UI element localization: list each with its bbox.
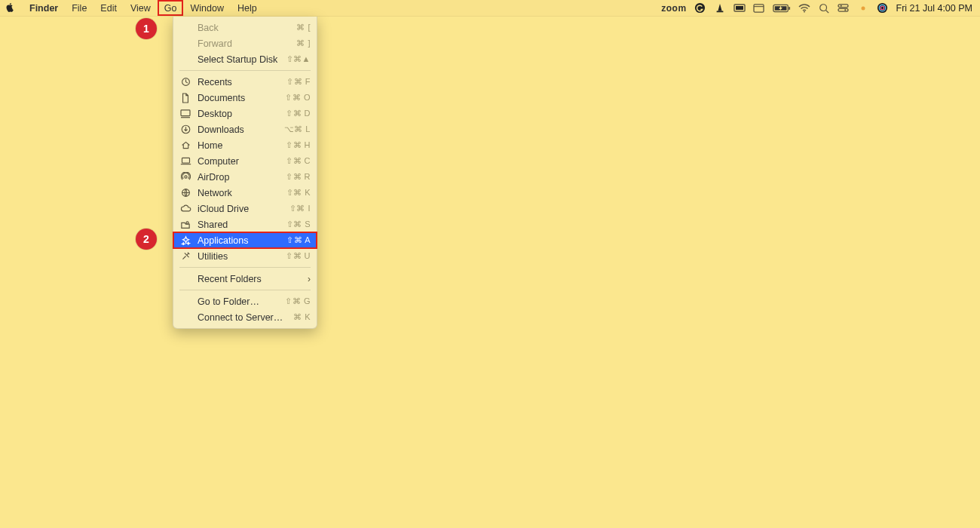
shared-icon — [179, 219, 191, 231]
apple-menu[interactable] — [0, 3, 23, 14]
svg-point-15 — [844, 9, 846, 11]
menu-window[interactable]: Window — [183, 0, 230, 16]
menu-item-label: Applications — [198, 235, 286, 246]
menu-view[interactable]: View — [124, 0, 158, 16]
menu-item-shortcut: ⌥⌘ L — [284, 124, 311, 134]
menu-item-shortcut: ⇧⌘ S — [286, 219, 311, 229]
menu-item-connect-to-server[interactable]: Connect to Server…⌘ K — [173, 309, 317, 325]
menu-item-network[interactable]: Network⇧⌘ K — [173, 185, 317, 201]
svg-rect-4 — [754, 5, 764, 12]
menu-item-home[interactable]: Home⇧⌘ H — [173, 137, 317, 153]
display-icon[interactable] — [733, 2, 746, 14]
svg-point-9 — [804, 11, 805, 12]
menu-item-label: Go to Folder… — [198, 296, 285, 307]
menu-item-label: Documents — [198, 93, 285, 103]
menu-item-label: Home — [198, 140, 286, 151]
menu-item-shortcut: ⌘ [ — [296, 23, 311, 32]
go-dropdown-menu: Back⌘ [Forward⌘ ]Select Startup Disk⇧⌘▲R… — [173, 17, 317, 329]
menu-item-shortcut: ⇧⌘ F — [286, 77, 311, 87]
menu-item-shortcut: ⇧⌘ I — [289, 204, 311, 213]
menu-item-shortcut: ⌘ ] — [296, 38, 311, 48]
menu-item-label: iCloud Drive — [198, 204, 289, 214]
menu-help[interactable]: Help — [231, 0, 264, 16]
globe-icon — [179, 187, 191, 199]
menu-item-downloads[interactable]: Downloads⌥⌘ L — [173, 121, 317, 137]
laptop-icon — [179, 155, 191, 167]
airdrop-icon — [179, 171, 191, 183]
menu-item-shortcut: ⇧⌘ U — [286, 251, 311, 261]
menu-item-shortcut: ⇧⌘ G — [285, 296, 311, 306]
menu-item-shortcut: ⇧⌘ O — [285, 93, 311, 103]
menu-item-shortcut: ⇧⌘▲ — [286, 54, 311, 64]
vlc-icon[interactable] — [714, 2, 726, 14]
menu-item-shortcut: ⌘ K — [293, 312, 311, 322]
menu-item-desktop[interactable]: Desktop⇧⌘ D — [173, 106, 317, 121]
menu-item-shortcut: ⇧⌘ C — [286, 156, 311, 166]
svg-point-10 — [819, 4, 826, 11]
menu-item-shortcut: ⇧⌘ K — [286, 188, 311, 198]
menu-item-shared[interactable]: Shared⇧⌘ S — [173, 216, 317, 232]
menu-edit[interactable]: Edit — [93, 0, 124, 16]
menu-item-airdrop[interactable]: AirDrop⇧⌘ R — [173, 169, 317, 185]
svg-point-26 — [184, 176, 186, 178]
download-icon — [179, 124, 191, 136]
svg-point-16 — [861, 6, 865, 10]
blank-icon — [179, 54, 191, 66]
blank-icon — [179, 38, 191, 50]
svg-line-11 — [825, 10, 828, 13]
menu-item-label: Computer — [198, 156, 286, 167]
menu-item-shortcut: ⇧⌘ A — [286, 235, 311, 245]
menu-item-recent-folders[interactable]: Recent Folders› — [173, 271, 317, 287]
menu-item-recents[interactable]: Recents⇧⌘ F — [173, 74, 317, 90]
siri-icon[interactable] — [877, 2, 889, 14]
grammarly-icon[interactable] — [694, 2, 706, 14]
menu-item-applications[interactable]: Applications⇧⌘ A — [173, 232, 317, 248]
menubar-clock[interactable]: Fri 21 Jul 4:00 PM — [896, 3, 972, 14]
menu-item-computer[interactable]: Computer⇧⌘ C — [173, 153, 317, 169]
svg-rect-21 — [181, 109, 190, 115]
menu-item-go-to-folder[interactable]: Go to Folder…⇧⌘ G — [173, 293, 317, 309]
menu-item-label: Select Startup Disk — [198, 54, 286, 65]
menu-item-label: Connect to Server… — [198, 312, 293, 323]
blank-icon — [179, 273, 191, 285]
menu-item-utilities[interactable]: Utilities⇧⌘ U — [173, 248, 317, 264]
svg-point-13 — [841, 5, 842, 7]
spotlight-icon[interactable] — [818, 2, 830, 14]
menu-go[interactable]: Go — [158, 0, 184, 16]
menu-item-select-startup-disk[interactable]: Select Startup Disk⇧⌘▲ — [173, 51, 317, 67]
menu-file[interactable]: File — [65, 0, 93, 16]
battery-icon[interactable] — [773, 2, 791, 14]
doc-icon — [179, 92, 191, 104]
menu-separator — [179, 267, 311, 268]
menubar-left: Finder File Edit View Go Window Help — [0, 0, 264, 16]
wifi-icon[interactable] — [798, 2, 810, 14]
menu-item-label: Shared — [198, 219, 286, 230]
blank-icon — [179, 312, 191, 324]
control-center-icon[interactable] — [838, 2, 850, 14]
menu-separator — [179, 70, 311, 71]
menu-item-documents[interactable]: Documents⇧⌘ O — [173, 90, 317, 106]
clock-icon — [179, 76, 191, 88]
tools-icon — [179, 250, 191, 262]
callout-badge-1: 1 — [136, 18, 157, 39]
menubar: Finder File Edit View Go Window Help zoo… — [0, 0, 980, 17]
menu-item-label: Recents — [198, 77, 286, 87]
menu-item-label: Desktop — [198, 109, 286, 119]
notification-dot-icon[interactable] — [857, 2, 869, 14]
menu-item-icloud-drive[interactable]: iCloud Drive⇧⌘ I — [173, 201, 317, 216]
date-icon[interactable] — [753, 2, 765, 14]
zoom-status[interactable]: zoom — [661, 2, 686, 14]
menu-item-shortcut: ⇧⌘ H — [286, 140, 311, 150]
cloud-icon — [179, 203, 191, 215]
svg-rect-12 — [838, 5, 848, 8]
menu-item-label: Utilities — [198, 251, 286, 262]
chevron-right-icon: › — [308, 274, 311, 284]
svg-rect-14 — [838, 8, 848, 11]
svg-rect-3 — [736, 6, 743, 10]
menu-item-label: Forward — [198, 38, 296, 49]
menu-item-label: AirDrop — [198, 172, 286, 183]
desktop-icon — [179, 108, 191, 120]
apple-logo-icon — [6, 3, 17, 14]
menu-finder[interactable]: Finder — [23, 0, 65, 16]
svg-rect-1 — [716, 11, 723, 12]
